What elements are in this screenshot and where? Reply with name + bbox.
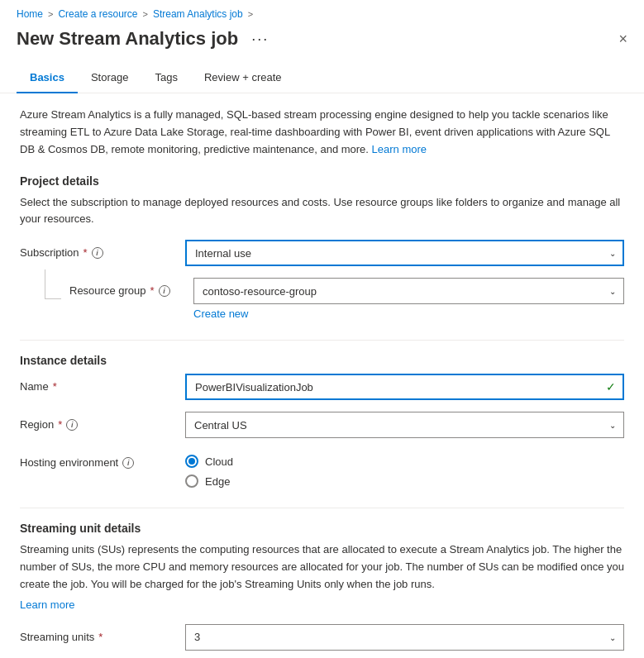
streaming-units-section: Streaming unit details Streaming units (… <box>20 522 624 650</box>
streaming-units-label: Streaming units * <box>20 631 185 643</box>
instance-details-title: Instance details <box>20 354 624 367</box>
breadcrumb-home[interactable]: Home <box>17 8 43 20</box>
region-select-wrapper: Central US East US West US West Europe ⌄ <box>185 412 624 438</box>
hosting-cloud-label: Cloud <box>205 455 233 468</box>
subscription-control: Internal use Pay-As-You-Go Enterprise ⌄ <box>185 240 624 266</box>
hosting-label-col: Hosting environment i <box>20 450 185 469</box>
tab-basics[interactable]: Basics <box>17 63 78 93</box>
project-details-desc: Select the subscription to manage deploy… <box>20 194 624 226</box>
name-input[interactable] <box>185 374 624 400</box>
breadcrumb-sep3: > <box>248 9 253 19</box>
title-group: New Stream Analytics job ··· <box>17 28 274 50</box>
resource-group-control: contoso-resource-group Create new ⌄ Crea… <box>193 278 624 320</box>
breadcrumb: Home > Create a resource > Stream Analyt… <box>0 0 644 25</box>
subscription-label: Subscription * i <box>20 246 185 259</box>
main-content: Azure Stream Analytics is a fully manage… <box>0 107 644 658</box>
divider-1 <box>20 340 624 341</box>
hosting-cloud-radio[interactable] <box>185 455 198 468</box>
page-title: New Stream Analytics job <box>17 28 238 50</box>
streaming-learn-more-link[interactable]: Learn more <box>20 598 624 611</box>
service-description: Azure Stream Analytics is a fully manage… <box>20 107 624 158</box>
hosting-field-row: Hosting environment i Cloud Edge <box>20 450 624 488</box>
tab-storage[interactable]: Storage <box>78 63 142 93</box>
hosting-edge-option[interactable]: Edge <box>185 474 624 488</box>
project-details-title: Project details <box>20 174 624 188</box>
subscription-field-row: Subscription * i Internal use Pay-As-You… <box>20 240 624 266</box>
instance-details-section: Instance details Name * ✓ Region <box>20 354 624 488</box>
subscription-required: * <box>83 246 88 259</box>
name-field-row: Name * ✓ <box>20 374 624 400</box>
hosting-cloud-option[interactable]: Cloud <box>185 455 624 468</box>
region-field-row: Region * i Central US East US West US We… <box>20 412 624 438</box>
hosting-radio-group: Cloud Edge <box>185 450 624 488</box>
subscription-info-icon[interactable]: i <box>92 247 103 259</box>
hosting-label: Hosting environment i <box>20 456 185 469</box>
name-label: Name * <box>20 380 185 393</box>
hosting-control: Cloud Edge <box>185 450 624 488</box>
resource-group-required: * <box>150 284 155 297</box>
subscription-select[interactable]: Internal use Pay-As-You-Go Enterprise <box>185 240 624 266</box>
resource-group-field-row: Resource group * i contoso-resource-grou… <box>20 278 624 320</box>
resource-group-label-col: Resource group * i <box>69 278 193 297</box>
name-check-icon: ✓ <box>606 380 616 393</box>
divider-2 <box>20 508 624 508</box>
region-control: Central US East US West US West Europe ⌄ <box>185 412 624 438</box>
resource-group-connector <box>45 269 61 299</box>
subscription-select-wrapper: Internal use Pay-As-You-Go Enterprise ⌄ <box>185 240 624 266</box>
ellipsis-button[interactable]: ··· <box>246 30 274 48</box>
streaming-units-desc1: Streaming units (SUs) represents the com… <box>20 541 624 593</box>
breadcrumb-create-resource[interactable]: Create a resource <box>58 8 137 20</box>
resource-group-select[interactable]: contoso-resource-group Create new <box>193 278 624 304</box>
resource-group-info-icon[interactable]: i <box>159 285 170 297</box>
tab-review-create[interactable]: Review + create <box>191 63 295 93</box>
close-button[interactable]: × <box>618 31 627 46</box>
streaming-units-select[interactable]: 1 3 6 12 18 24 30 36 <box>185 624 624 651</box>
resource-group-select-wrapper: contoso-resource-group Create new ⌄ <box>193 278 624 304</box>
name-label-col: Name * <box>20 374 185 393</box>
streaming-units-title: Streaming unit details <box>20 522 624 535</box>
streaming-units-control: 1 3 6 12 18 24 30 36 ⌄ <box>185 624 624 651</box>
description-learn-more-link[interactable]: Learn more <box>372 143 427 155</box>
region-label-col: Region * i <box>20 412 185 431</box>
project-details-section: Project details Select the subscription … <box>20 174 624 320</box>
streaming-units-field-row: Streaming units * 1 3 6 12 18 24 30 36 <box>20 624 624 651</box>
streaming-units-required: * <box>98 631 103 643</box>
subscription-label-col: Subscription * i <box>20 240 185 259</box>
streaming-units-select-wrapper: 1 3 6 12 18 24 30 36 ⌄ <box>185 624 624 651</box>
create-new-link[interactable]: Create new <box>193 308 248 320</box>
region-label: Region * i <box>20 418 185 431</box>
name-control: ✓ <box>185 374 624 400</box>
region-info-icon[interactable]: i <box>66 419 78 431</box>
tab-tags[interactable]: Tags <box>141 63 190 93</box>
breadcrumb-sep2: > <box>143 9 148 19</box>
hosting-edge-label: Edge <box>205 475 230 488</box>
hosting-info-icon[interactable]: i <box>122 457 134 469</box>
name-required: * <box>53 380 57 393</box>
tabs-bar: Basics Storage Tags Review + create <box>0 63 644 93</box>
region-select[interactable]: Central US East US West US West Europe <box>185 412 624 438</box>
region-required: * <box>58 418 62 431</box>
name-input-wrapper: ✓ <box>185 374 624 400</box>
streaming-units-label-col: Streaming units * <box>20 624 185 643</box>
resource-group-label: Resource group * i <box>69 284 193 297</box>
breadcrumb-stream-analytics[interactable]: Stream Analytics job <box>153 8 243 20</box>
hosting-edge-radio[interactable] <box>185 474 198 488</box>
breadcrumb-sep1: > <box>48 9 53 19</box>
header: New Stream Analytics job ··· × <box>0 25 644 63</box>
